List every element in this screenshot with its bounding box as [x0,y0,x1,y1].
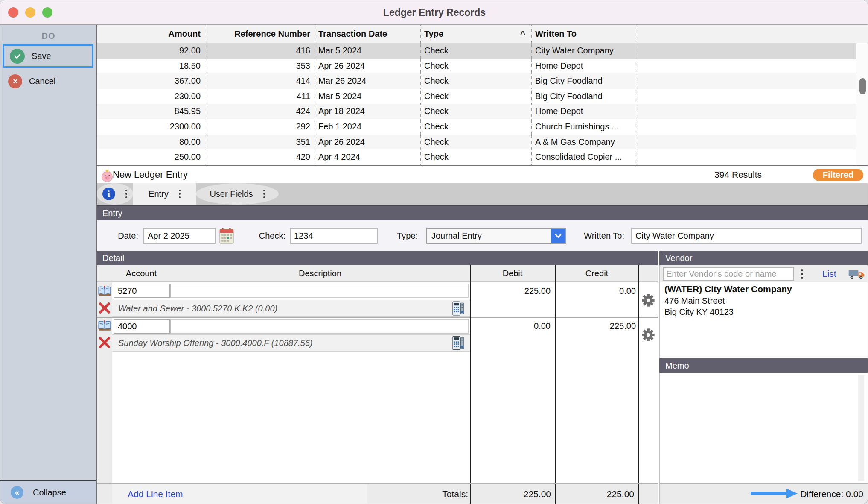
account-info-row: Sunday Worship Offering - 3000.4000.F (1… [112,334,470,352]
results-count: 394 Results [714,170,762,180]
check-number-input[interactable] [290,228,378,244]
sidebar-do-header: DO [0,28,96,44]
difference-arrow-icon [750,488,798,501]
delete-line-icon[interactable] [98,302,111,316]
collapse-button-label: Collapse [33,488,66,498]
type-label: Type: [384,220,418,251]
memo-field[interactable] [660,373,868,483]
tab-bar: i Entry User Fields [96,183,868,205]
detail-column-debit: Debit [470,265,555,281]
written-to-label: Written To: [572,220,624,251]
table-row[interactable]: 230.00 411 Mar 5 2024 Check Big City Foo… [96,89,868,104]
detail-column-credit: Credit [555,265,638,281]
detail-section-header: Detail [96,251,658,265]
credit-field[interactable]: 225.00 [556,318,640,334]
vendor-name: (WATER) City Water Company [664,284,792,294]
table-row[interactable]: 92.00 416 Mar 5 2024 Check City Water Co… [96,43,868,59]
tab-options-icon[interactable] [125,190,127,198]
calendar-icon[interactable] [219,228,234,246]
records-scrollbar-track[interactable] [856,43,868,165]
info-icon[interactable]: i [102,188,115,200]
gear-icon[interactable] [641,293,655,309]
window-title: Ledger Entry Records [0,0,868,25]
detail-column-description: Description [170,265,470,281]
tab-options-icon[interactable] [179,190,181,198]
sort-ascending-icon: ^ [520,25,525,43]
truck-icon[interactable] [848,268,865,282]
column-header-written-to[interactable]: Written To [532,25,638,43]
collapse-button[interactable]: « Collapse [0,481,96,504]
date-input[interactable] [143,228,216,244]
detail-column-account: Account [112,265,170,281]
total-debit: 225.00 [474,484,551,504]
filtered-badge[interactable]: Filtered [813,169,863,181]
records-table: Amount Reference Number Transaction Date… [96,25,868,165]
account-info-text: Sunday Worship Offering - 3000.4000.F (1… [112,335,470,351]
sidebar-content-divider [96,25,97,504]
detail-line-items: 225.00 0.00 Water and Sewer - 3000.5270.… [96,282,658,483]
calculator-icon[interactable] [452,336,464,352]
save-button[interactable]: Save [3,44,93,68]
ledger-entry-records-window: Ledger Entry Records DO Save Cancel « Co… [0,0,868,504]
records-table-header: Amount Reference Number Transaction Date… [96,25,868,43]
detail-column-header: Account Description Debit Credit [96,265,658,282]
records-scrollbar-thumb[interactable] [859,78,866,94]
add-line-item-link[interactable]: Add Line Item [128,484,183,504]
account-input[interactable] [114,319,170,334]
written-to-input[interactable] [631,228,862,244]
table-row[interactable]: 367.00 414 Mar 26 2024 Check Big City Fo… [96,73,868,89]
column-header-amount[interactable]: Amount [96,25,205,43]
cancel-x-icon [8,74,22,88]
entry-form: Date: Check: Type: Journal Entry [96,220,868,251]
delete-line-icon[interactable] [98,336,111,351]
column-header-reference-number[interactable]: Reference Number [205,25,315,43]
debit-field[interactable]: 0.00 [470,318,555,334]
tab-options-icon[interactable] [263,190,265,198]
text-cursor [609,321,609,331]
sidebar: DO Save Cancel [0,25,96,504]
column-header-transaction-date[interactable]: Transaction Date [315,25,421,43]
save-button-label: Save [32,51,51,61]
vendor-search-input[interactable] [663,267,794,281]
tab-user-fields[interactable]: User Fields [196,183,279,205]
save-check-icon [10,49,25,64]
vendor-list-link[interactable]: List [822,265,836,282]
results-bar: New Ledger Entry 394 Results Filtered [96,166,868,183]
type-select-value: Journal Entry [427,231,551,241]
collapse-chevrons-icon: « [11,486,23,499]
cancel-button[interactable]: Cancel [3,69,93,93]
date-label: Date: [99,220,138,251]
description-input[interactable] [170,319,469,334]
account-info-text: Water and Sewer - 3000.5270.K.K2 (0.00) [112,300,470,316]
type-select[interactable]: Journal Entry [426,228,566,244]
vendor-options-icon[interactable] [801,269,803,279]
ledger-account-icon[interactable] [98,320,111,333]
table-row[interactable]: 250.00 420 Apr 4 2024 Check Consolidated… [96,149,868,165]
piggy-bank-icon [101,170,114,184]
description-input[interactable] [170,284,469,298]
entry-section-header: Entry [96,206,868,220]
tab-entry[interactable]: Entry [133,183,196,205]
account-input[interactable] [114,284,170,298]
calculator-icon[interactable] [452,301,464,317]
table-row[interactable]: 845.95 424 Apr 18 2024 Check Home Depot [96,104,868,119]
totals-label: Totals: [391,484,468,504]
difference-value: Difference: 0.00 [800,489,863,499]
memo-section-header: Memo [659,358,868,373]
total-credit: 225.00 [559,484,634,504]
record-info-segment: i [96,183,133,205]
chevron-down-icon [551,229,565,243]
table-row[interactable]: 80.00 351 Apr 26 2024 Check A & M Gas Co… [96,135,868,150]
vendor-controls: List [660,265,868,282]
vendor-address-line2: Big City KY 40123 [664,307,734,317]
vendor-address-line1: 476 Main Street [664,296,725,306]
ledger-account-icon[interactable] [98,286,111,299]
table-row[interactable]: 2300.00 292 Feb 1 2024 Check Church Furn… [96,119,868,135]
check-label: Check: [248,220,285,251]
memo-scrollbar-track[interactable] [858,375,864,481]
gear-icon[interactable] [641,328,655,343]
credit-field[interactable]: 0.00 [556,283,640,299]
table-row[interactable]: 18.50 353 Apr 26 2024 Check Home Depot [96,59,868,74]
column-header-type[interactable]: Type ^ [421,25,532,43]
debit-field[interactable]: 225.00 [470,283,555,299]
